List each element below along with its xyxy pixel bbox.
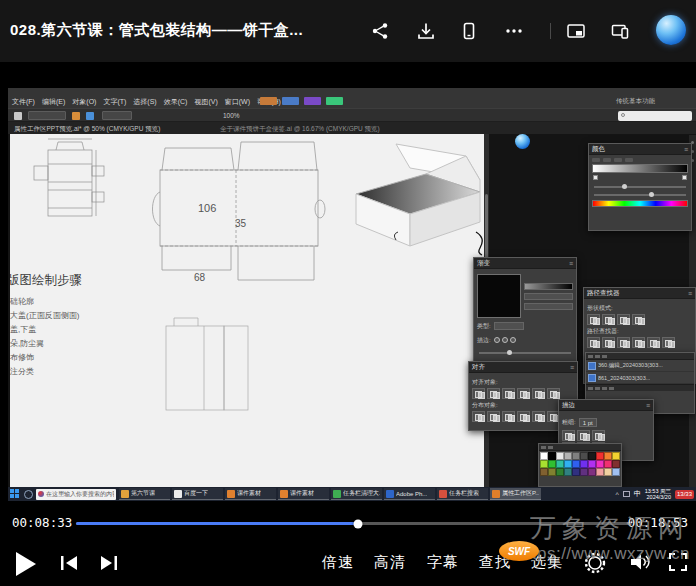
swatch[interactable] bbox=[612, 452, 620, 460]
align-left-button[interactable] bbox=[472, 388, 485, 399]
pip-icon[interactable] bbox=[566, 21, 586, 41]
exclude-button[interactable] bbox=[632, 314, 645, 325]
swatch[interactable] bbox=[596, 460, 604, 468]
tray-chevron-icon[interactable]: ^ bbox=[615, 491, 618, 498]
outline-button[interactable] bbox=[647, 337, 660, 348]
panel-color-header[interactable]: 颜色 ≡ bbox=[589, 144, 691, 155]
swatch[interactable] bbox=[580, 468, 588, 476]
swatch[interactable] bbox=[572, 452, 580, 460]
taskbar-app[interactable]: 课件素材 bbox=[225, 488, 276, 500]
swatch[interactable] bbox=[596, 452, 604, 460]
swatch[interactable] bbox=[612, 468, 620, 476]
align-right-button[interactable] bbox=[502, 388, 515, 399]
cap-round-button[interactable] bbox=[577, 430, 590, 441]
play-button[interactable] bbox=[14, 551, 38, 577]
gradient-angle-slider[interactable] bbox=[479, 352, 571, 354]
color-spectrum-bar[interactable] bbox=[592, 200, 688, 207]
swatch[interactable] bbox=[548, 460, 556, 468]
swatch[interactable] bbox=[580, 452, 588, 460]
color-slider[interactable] bbox=[594, 186, 686, 188]
distribute-button[interactable] bbox=[532, 411, 545, 422]
ai-menu-item[interactable]: 文件(F) bbox=[12, 97, 35, 107]
panel-align-header[interactable]: 对齐 ≡ bbox=[469, 362, 577, 373]
ai-menu-item[interactable]: 选择(S) bbox=[133, 97, 156, 107]
divide-button[interactable] bbox=[587, 337, 600, 348]
distribute-button[interactable] bbox=[517, 411, 530, 422]
swatch[interactable] bbox=[556, 468, 564, 476]
link-row[interactable]: 861_20240303(303... bbox=[586, 372, 694, 384]
more-icon[interactable] bbox=[504, 21, 524, 41]
crop-button[interactable] bbox=[632, 337, 645, 348]
taskbar-search[interactable]: 在这里输入你要搜索的内容 bbox=[36, 489, 116, 500]
ai-search-field[interactable] bbox=[618, 111, 692, 121]
panel-menu-icon[interactable]: ≡ bbox=[646, 402, 650, 409]
tool-icon[interactable] bbox=[14, 112, 22, 120]
plugin-chip[interactable] bbox=[260, 97, 277, 105]
cortana-icon[interactable] bbox=[24, 490, 33, 499]
ai-menu-item[interactable]: 窗口(W) bbox=[225, 97, 250, 107]
cast-icon[interactable] bbox=[610, 21, 630, 41]
ai-menu-item[interactable]: 编辑(E) bbox=[42, 97, 65, 107]
ai-menu-item[interactable]: 对象(O) bbox=[72, 97, 96, 107]
document-tab-active[interactable]: 属性工作区PPT预览.ai* @ 50% (CMYK/GPU 预览) bbox=[14, 125, 160, 134]
gradient-stops[interactable] bbox=[592, 175, 688, 180]
swatch[interactable] bbox=[572, 468, 580, 476]
swatch[interactable] bbox=[556, 460, 564, 468]
ai-menu-item[interactable]: 效果(C) bbox=[164, 97, 188, 107]
color-slider[interactable] bbox=[594, 194, 686, 196]
align-center-button[interactable] bbox=[487, 388, 500, 399]
minus-back-button[interactable] bbox=[662, 337, 675, 348]
ai-toolbar-select[interactable] bbox=[28, 111, 66, 120]
stroke-gradient-buttons[interactable] bbox=[494, 337, 516, 343]
distribute-button[interactable] bbox=[502, 411, 515, 422]
swatch[interactable] bbox=[556, 452, 564, 460]
volume-icon[interactable] bbox=[630, 553, 652, 571]
scrollbar-thumb[interactable] bbox=[485, 194, 488, 264]
subtitle-button[interactable]: 字幕 bbox=[427, 553, 459, 572]
gradient-option[interactable] bbox=[524, 303, 573, 310]
stroke-color-icon[interactable] bbox=[86, 112, 94, 120]
share-icon[interactable] bbox=[370, 21, 390, 41]
panel-stroke-header[interactable]: 描边 ≡ bbox=[559, 400, 653, 411]
distribute-button[interactable] bbox=[487, 411, 500, 422]
minus-front-button[interactable] bbox=[602, 314, 615, 325]
panel-swatches-header[interactable] bbox=[539, 444, 621, 451]
swatch[interactable] bbox=[612, 460, 620, 468]
taskbar-clock[interactable]: 13:53 周三 2024/3/20 bbox=[645, 488, 671, 500]
avatar-sphere[interactable] bbox=[656, 15, 686, 45]
swatch[interactable] bbox=[540, 452, 548, 460]
previous-episode-button[interactable] bbox=[60, 555, 78, 571]
distribute-button[interactable] bbox=[472, 411, 485, 422]
mobile-icon[interactable] bbox=[459, 21, 479, 41]
align-top-button[interactable] bbox=[517, 388, 530, 399]
swatch[interactable] bbox=[564, 468, 572, 476]
swatch[interactable] bbox=[548, 468, 556, 476]
swatch[interactable] bbox=[588, 460, 596, 468]
swatch[interactable] bbox=[564, 460, 572, 468]
taskbar-app[interactable]: 属性工作区P... bbox=[490, 488, 541, 500]
ai-workspace-switcher[interactable]: 传统基本功能 bbox=[616, 97, 655, 106]
taskbar-app[interactable]: 课件素材 bbox=[278, 488, 329, 500]
plugin-chip[interactable] bbox=[282, 97, 299, 105]
panel-pathfinder-header[interactable]: 路径查找器 ≡ bbox=[584, 288, 695, 299]
swatch[interactable] bbox=[572, 460, 580, 468]
progress-handle[interactable] bbox=[353, 519, 362, 528]
ai-toolbar-select[interactable] bbox=[102, 111, 132, 120]
progress-bar[interactable] bbox=[76, 522, 632, 525]
ai-zoom-level[interactable]: 100% bbox=[223, 112, 240, 119]
intersect-button[interactable] bbox=[617, 314, 630, 325]
panel-menu-icon[interactable]: ≡ bbox=[684, 146, 688, 153]
network-icon[interactable] bbox=[623, 491, 630, 497]
swatch[interactable] bbox=[588, 452, 596, 460]
document-tab[interactable]: 全于课件预饼干盒便签.ai @ 16.67% (CMYK/GPU 预览) bbox=[220, 125, 380, 134]
panel-links-header[interactable] bbox=[586, 353, 694, 360]
taskbar-app[interactable]: 任务栏清理大... bbox=[331, 488, 382, 500]
align-bottom-button[interactable] bbox=[547, 388, 560, 399]
swatch[interactable] bbox=[604, 460, 612, 468]
taskbar-app[interactable]: 百度一下 bbox=[172, 488, 223, 500]
panel-tabs[interactable] bbox=[592, 158, 688, 162]
find-button[interactable]: 查找 bbox=[479, 553, 511, 572]
swatch[interactable] bbox=[588, 468, 596, 476]
gray-ramp-slider[interactable] bbox=[592, 164, 688, 173]
unite-button[interactable] bbox=[587, 314, 600, 325]
